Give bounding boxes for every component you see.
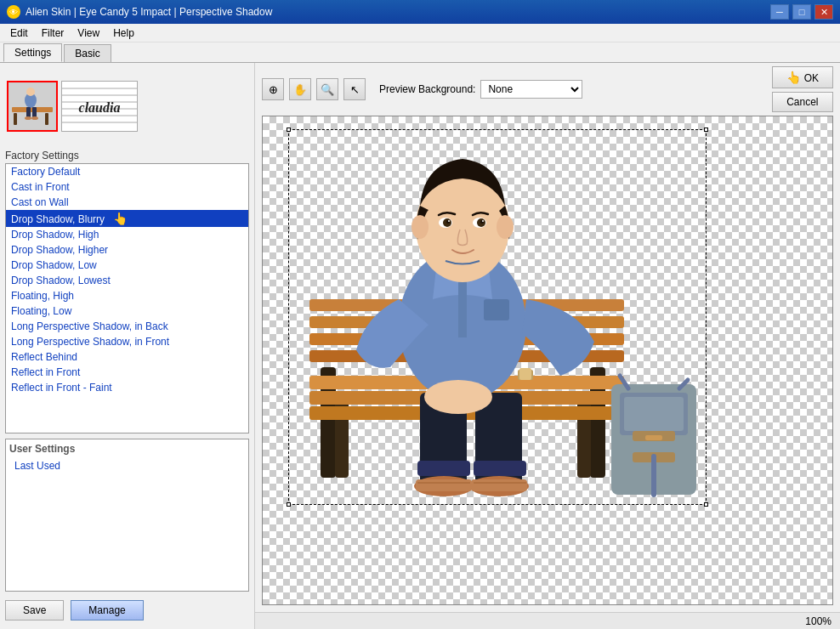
titlebar-left: 👁 Alien Skin | Eye Candy 5 Impact | Pers… [7, 5, 272, 19]
settings-section: Factory Settings Factory Default Cast in… [5, 150, 249, 434]
main-content: claudia Factory Settings Factory Default… [0, 63, 840, 629]
svg-point-57 [497, 215, 514, 239]
list-item[interactable]: Cast in Front [6, 179, 248, 195]
list-item-drop-shadow-blurry[interactable]: Drop Shadow, Blurry 👆 [6, 210, 248, 227]
svg-point-65 [482, 220, 484, 222]
list-item[interactable]: Reflect Behind [6, 349, 248, 365]
list-item[interactable]: Reflect in Front - Faint [6, 380, 248, 395]
thumbnail-main [7, 81, 58, 132]
svg-text:claudia: claudia [79, 100, 121, 115]
window-controls: ─ □ ✕ [770, 4, 833, 20]
svg-rect-35 [645, 435, 662, 440]
svg-point-56 [411, 215, 429, 239]
list-item[interactable]: Floating, High [6, 288, 248, 303]
list-item[interactable]: Drop Shadow, High [6, 227, 248, 242]
zoom-level: 100% [805, 615, 831, 627]
maximize-button[interactable]: □ [792, 4, 811, 20]
toolbar-row: ⊕ ✋ 🔍 ↖ Preview Background: None White B… [255, 63, 840, 116]
ok-cancel-area: 👆OK Cancel [772, 66, 833, 112]
svg-rect-50 [484, 299, 509, 320]
svg-rect-44 [416, 479, 472, 491]
bottom-buttons: Save Manage [5, 597, 249, 624]
svg-rect-21 [577, 393, 591, 478]
preview-canvas[interactable] [262, 116, 833, 605]
claudia-svg: claudia [62, 82, 137, 131]
tab-basic[interactable]: Basic [64, 44, 111, 62]
settings-list-label: Factory Settings [5, 150, 249, 162]
save-button[interactable]: Save [5, 600, 64, 620]
user-settings-section: User Settings Last Used [5, 439, 249, 592]
svg-rect-6 [26, 107, 31, 117]
svg-rect-41 [474, 461, 526, 476]
titlebar: 👁 Alien Skin | Eye Candy 5 Impact | Pers… [0, 0, 840, 24]
svg-rect-45 [471, 479, 527, 491]
menu-filter[interactable]: Filter [35, 26, 71, 41]
menubar: Edit Filter View Help [0, 24, 840, 42]
person-bench-svg [288, 129, 707, 505]
svg-point-8 [25, 116, 31, 120]
list-item[interactable]: Long Perspective Shadow, in Back [6, 319, 248, 334]
svg-rect-53 [519, 368, 531, 380]
list-item[interactable]: Drop Shadow, Higher [6, 242, 248, 258]
tabbar: Settings Basic [0, 42, 840, 63]
status-bar: 100% [255, 612, 840, 629]
tab-settings[interactable]: Settings [3, 43, 62, 62]
thumbnail-area: claudia [5, 68, 249, 144]
preview-bg-label: Preview Background: [379, 83, 475, 95]
svg-point-51 [424, 380, 492, 414]
list-item[interactable]: Cast on Wall [6, 195, 248, 210]
select-tool[interactable]: ↖ [343, 78, 366, 100]
menu-edit[interactable]: Edit [3, 26, 35, 41]
menu-help[interactable]: Help [106, 26, 141, 41]
app-icon: 👁 [7, 5, 20, 19]
svg-point-9 [31, 116, 38, 120]
settings-listbox[interactable]: Factory Default Cast in Front Cast on Wa… [6, 164, 248, 433]
thumbnail-person-svg [9, 83, 55, 129]
list-item[interactable]: Long Perspective Shadow, in Front [6, 334, 248, 349]
svg-rect-20 [335, 393, 349, 478]
zoom-in-tool[interactable]: 🔍 [316, 78, 338, 100]
cancel-button[interactable]: Cancel [772, 92, 833, 112]
close-button[interactable]: ✕ [814, 4, 833, 20]
svg-rect-1 [14, 113, 17, 125]
list-item[interactable]: Drop Shadow, Low [6, 258, 248, 273]
list-item[interactable]: Floating, Low [6, 303, 248, 319]
thumbnail-claudia: claudia [61, 81, 138, 132]
list-item[interactable]: Reflect in Front [6, 365, 248, 380]
user-settings-listbox[interactable]: Last Used [9, 458, 245, 473]
window-title: Alien Skin | Eye Candy 5 Impact | Perspe… [26, 6, 272, 18]
user-settings-label: User Settings [9, 443, 245, 455]
minimize-button[interactable]: ─ [770, 4, 789, 20]
left-panel: claudia Factory Settings Factory Default… [0, 63, 255, 629]
ok-button[interactable]: 👆OK [772, 66, 833, 88]
zoom-fit-tool[interactable]: ⊕ [262, 78, 284, 100]
menu-view[interactable]: View [71, 26, 106, 41]
list-item-last-used[interactable]: Last Used [9, 458, 245, 473]
svg-rect-7 [32, 107, 37, 117]
preview-background-select[interactable]: None White Black Custom [480, 80, 582, 99]
list-item[interactable]: Factory Default [6, 164, 248, 179]
svg-point-61 [448, 220, 450, 222]
right-panel: ⊕ ✋ 🔍 ↖ Preview Background: None White B… [255, 63, 840, 629]
svg-rect-40 [417, 461, 470, 476]
list-item[interactable]: Drop Shadow, Lowest [6, 273, 248, 288]
svg-point-5 [26, 88, 35, 96]
svg-rect-2 [45, 113, 48, 125]
manage-button[interactable]: Manage [71, 600, 143, 620]
svg-rect-31 [624, 397, 684, 431]
pan-tool[interactable]: ✋ [289, 78, 311, 100]
settings-listbox-wrapper[interactable]: Factory Default Cast in Front Cast on Wa… [5, 163, 249, 434]
